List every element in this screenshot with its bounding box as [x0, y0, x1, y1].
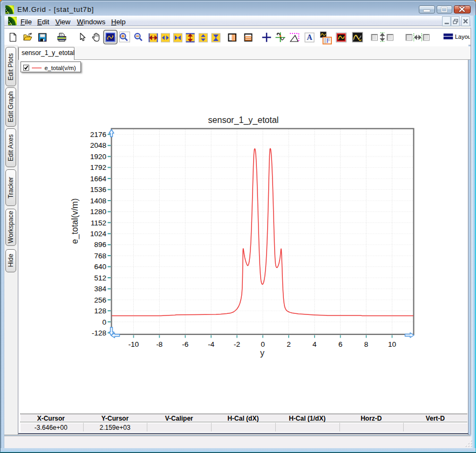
svg-text:A: A [307, 33, 312, 42]
